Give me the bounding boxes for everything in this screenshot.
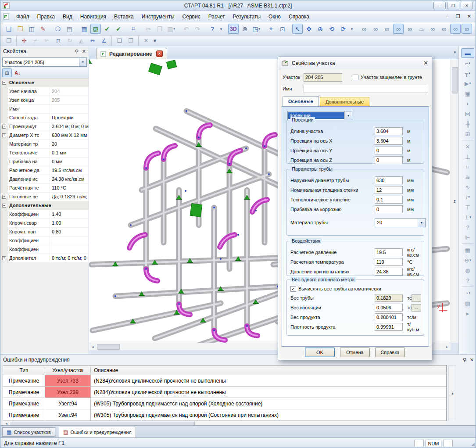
insert-rigid-hanger-icon[interactable]: ⊤ [461, 202, 474, 212]
insert-cap-icon[interactable]: ◗ [461, 99, 474, 108]
scrollbar-thumb[interactable] [97, 344, 120, 350]
select-cursor-icon[interactable]: ↖ [292, 24, 303, 34]
pipe-weight-field[interactable] [375, 294, 403, 302]
insert-spring-support-icon[interactable]: ∿ [461, 182, 474, 192]
mdi-restore-button[interactable]: ❐ [456, 14, 460, 19]
error-row[interactable]: Примечание Узел:733 (N284)Условия циклич… [3, 375, 446, 387]
scroll-down-icon[interactable]: ▼ [451, 59, 458, 342]
insert-unknown-support-icon[interactable]: ? [461, 222, 474, 232]
close-panel-icon[interactable]: ✕ [470, 357, 474, 363]
menu-service[interactable]: Сервис [179, 12, 204, 21]
errors-vertical-scrollbar[interactable]: ▲ ▼ [448, 365, 456, 421]
insert-guide-icon[interactable]: ≋ [461, 172, 474, 182]
wall-thickness-field[interactable] [375, 186, 403, 194]
measure-distance-icon[interactable]: ⇿ [87, 36, 98, 45]
property-row[interactable]: Имя [0, 105, 89, 114]
property-row[interactable]: Давление ис24.38 кгс/кв.см [0, 175, 89, 184]
insert-tie-icon[interactable]: ⊩ [461, 233, 474, 242]
save-report-icon[interactable]: ✎ [38, 24, 48, 34]
error-row[interactable]: Примечание Узел:94 (W305) Трубопровод по… [3, 409, 446, 421]
insert-pipe-icon[interactable]: ▬ [461, 48, 474, 58]
find-icon[interactable]: ⊚ [240, 24, 250, 34]
insert-flange-icon[interactable]: ╫ [461, 119, 474, 129]
expand-icon[interactable]: + [2, 256, 6, 260]
pan-icon[interactable]: ✥ [304, 24, 314, 34]
expand-icon[interactable]: + [2, 195, 6, 199]
show-node-numbers-icon[interactable]: ∞ [427, 24, 438, 34]
thinning-field[interactable] [375, 196, 403, 204]
scroll-left-icon[interactable]: ◄ [89, 343, 97, 350]
property-row[interactable]: +Погонные веДа; 0.1829 тс/м; [0, 193, 89, 201]
show-weights-icon[interactable]: ∞ [359, 24, 369, 34]
property-row[interactable]: +Дополнител0 тс/м; 0 тс/м; 0 [0, 254, 89, 263]
menu-edit[interactable]: Правка [33, 12, 59, 21]
insert-reducer-icon[interactable]: ▶▾ [461, 79, 474, 88]
section-table-icon[interactable]: ▦ [79, 24, 89, 34]
show-elements-icon[interactable]: ∞ [404, 24, 415, 34]
projection-y-field[interactable] [375, 147, 403, 154]
insert-gauge-icon[interactable]: ◔▾ [461, 288, 474, 298]
check-model-icon[interactable]: ✔ [102, 24, 112, 34]
pin-icon[interactable]: ⚲ [75, 49, 79, 54]
ok-button[interactable]: OK [305, 348, 335, 357]
show-lengths-icon[interactable]: ∞ [462, 24, 472, 34]
property-group[interactable]: −Дополнительные [0, 201, 89, 210]
insert-support-icon[interactable]: ⊥▾ [461, 212, 474, 222]
property-row[interactable]: Узел начала204 [0, 87, 89, 96]
insert-fragment-icon[interactable]: ❐ [125, 36, 136, 45]
insert-nozzle-icon[interactable]: ⊖▾ [461, 255, 474, 265]
mdi-minimize-button[interactable]: – [446, 14, 449, 19]
route-pipe-icon[interactable]: ⊓ [53, 36, 64, 45]
alphabetical-sort-button[interactable]: А↓ [13, 68, 22, 77]
property-row[interactable]: +Диаметр X тс630 мм X 12 мм [0, 131, 89, 140]
length-field[interactable] [375, 127, 403, 135]
scroll-right-icon[interactable]: ► [443, 343, 451, 350]
menu-insert[interactable]: Вставка [110, 12, 138, 21]
resize-grip[interactable]: ◢ [471, 441, 475, 446]
product-weight-field[interactable] [375, 313, 403, 321]
auto-weight-checkbox[interactable]: ✓ [290, 286, 296, 292]
insert-fitting-icon[interactable]: ⊞ [461, 129, 474, 139]
chevron-down-icon[interactable]: ▾ [469, 258, 471, 262]
property-row[interactable]: Узел конца205 [0, 96, 89, 105]
insert-wye-icon[interactable]: ⋈ [461, 109, 474, 118]
copy-fragment-icon[interactable]: ❏ [114, 36, 125, 45]
section-number-field[interactable] [304, 73, 342, 82]
design-temperature-field[interactable] [375, 258, 403, 266]
edit-options-icon[interactable]: ▾ [152, 36, 157, 45]
chevron-down-icon[interactable]: ▾ [469, 61, 471, 65]
tab-editing[interactable]: Редактирование ✕ [96, 48, 167, 59]
delete-element-icon[interactable]: ✕ [461, 142, 474, 151]
property-row[interactable]: Способ задаПроекции [0, 114, 89, 122]
insert-tee-icon[interactable]: ┳▾ [461, 68, 474, 78]
tab-additional[interactable]: Дополнительные [320, 97, 369, 106]
fragment-window-icon[interactable]: ❐ [4, 36, 14, 45]
pipe-weight-more-button[interactable]: ... [412, 294, 421, 302]
check-report-icon[interactable]: ✔ [113, 24, 124, 34]
expand-icon[interactable]: + [2, 125, 6, 129]
design-pressure-field[interactable] [375, 248, 403, 256]
toolbar-options-icon[interactable]: ▾ [218, 24, 224, 34]
minimize-button[interactable]: – [433, 2, 446, 9]
chevron-down-icon[interactable]: ▾ [418, 219, 425, 227]
outer-diameter-field[interactable] [375, 176, 403, 184]
close-button[interactable]: ✕ [461, 2, 473, 9]
menu-help[interactable]: Справка [285, 12, 313, 21]
projection-z-field[interactable] [375, 156, 403, 164]
cancel-button[interactable]: Отмена [340, 348, 370, 357]
section-properties-dialog[interactable]: Свойства участка ✕ Участок Участок защем… [278, 57, 432, 360]
property-row[interactable]: Кпрочн. поп0.80 [0, 228, 89, 237]
view-cube-icon[interactable]: ◳▾ [251, 24, 261, 34]
tab-list-icon[interactable]: ▾ [454, 50, 456, 54]
mdi-close-button[interactable]: ✕ [467, 14, 471, 19]
property-row[interactable]: +Проекции/уг3.604 м; 0 м; 0 м [0, 122, 89, 131]
property-row[interactable]: Расчетное да19.5 кгс/кв.см [0, 166, 89, 175]
insulation-weight-field[interactable] [375, 304, 403, 312]
chevron-down-icon[interactable]: ▾ [469, 291, 471, 295]
product-density-field[interactable] [375, 323, 403, 331]
menu-results[interactable]: Результаты [229, 12, 265, 21]
zoom-dynamic-icon[interactable]: ⊕ [315, 24, 326, 34]
insulation-weight-more-button[interactable]: ... [412, 304, 421, 312]
show-bearing-icon[interactable]: ⌓ [416, 24, 426, 34]
print-icon[interactable]: ▤ [64, 24, 75, 34]
